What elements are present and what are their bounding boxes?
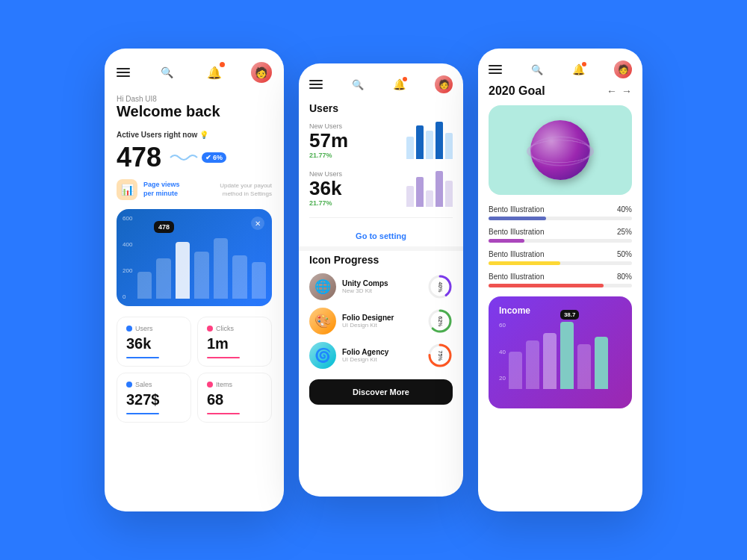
progress-percent-4: 80% bbox=[617, 273, 632, 281]
folio-agency-info: Folio Agency UI Design Kit bbox=[342, 348, 421, 363]
bar-7 bbox=[252, 262, 266, 299]
sales-dot bbox=[126, 382, 132, 388]
progress-label-4: Bento Illustration bbox=[489, 273, 545, 281]
progress-fill-4 bbox=[489, 284, 604, 287]
users-dot bbox=[126, 326, 132, 332]
stat-items: Items 68 bbox=[197, 373, 272, 423]
progress-item-folio-designer: 🎨 Folio Designer UI Design Kit 62% bbox=[309, 308, 453, 335]
metric-change-1: 21.77% bbox=[309, 152, 348, 159]
progress-bg-3 bbox=[489, 261, 632, 265]
goal-header: 2020 Goal ← → bbox=[489, 84, 632, 98]
metric-block-2: New Users 36k 21.77% bbox=[309, 169, 453, 207]
progress-label-3: Bento Illustration bbox=[489, 250, 545, 258]
progress-label-1: Bento Illustration bbox=[489, 205, 545, 214]
pageviews-icon: 📊 bbox=[117, 179, 137, 200]
progress-percent-1: 40% bbox=[617, 205, 632, 214]
unity-info: Unity Comps New 3D Kit bbox=[342, 279, 421, 294]
income-chart-container: 604020 38.7 bbox=[499, 322, 622, 389]
income-bar-1 bbox=[509, 352, 522, 389]
avatar-2[interactable]: 🧑 bbox=[435, 75, 453, 93]
notification-icon-3[interactable]: 🔔 bbox=[572, 63, 585, 75]
search-icon-3[interactable]: 🔍 bbox=[531, 64, 543, 75]
progress-fill-3 bbox=[489, 261, 560, 265]
divider bbox=[309, 217, 453, 218]
progress-bg-1 bbox=[489, 217, 632, 220]
clicks-value: 1m bbox=[207, 335, 262, 352]
search-icon[interactable]: 🔍 bbox=[156, 62, 177, 83]
phone-3: 🔍 🔔 🧑 2020 Goal ← → bbox=[478, 49, 642, 511]
progress-row-1: Bento Illustration 40% bbox=[489, 205, 632, 220]
wave-badge: ✔ 6% bbox=[169, 150, 226, 165]
menu-icon[interactable] bbox=[117, 68, 130, 77]
percent-badge: ✔ 6% bbox=[202, 152, 226, 163]
users-label: Users bbox=[135, 325, 153, 332]
menu-icon-3[interactable] bbox=[489, 65, 502, 74]
income-bar-4 bbox=[560, 322, 574, 389]
avatar-3[interactable]: 🧑 bbox=[614, 60, 632, 78]
progress-fill-1 bbox=[489, 217, 546, 220]
prev-arrow[interactable]: ← bbox=[607, 85, 617, 97]
close-icon[interactable]: ✕ bbox=[251, 217, 264, 230]
bar-6 bbox=[232, 255, 247, 299]
pageviews-label: Page viewsper minute bbox=[143, 181, 180, 198]
sales-value: 327$ bbox=[126, 391, 182, 408]
progress-bg-2 bbox=[489, 239, 632, 243]
phone3-header: 🔍 🔔 🧑 bbox=[489, 60, 632, 78]
phone1-header: 🔍 🔔 🧑 bbox=[117, 62, 272, 83]
metric-value-2: 36k bbox=[309, 178, 342, 199]
sales-underline bbox=[126, 413, 159, 414]
income-section: Income 604020 38.7 bbox=[489, 296, 632, 408]
users-underline bbox=[126, 357, 159, 358]
chart-area: 6004002000 478 ✕ bbox=[117, 209, 272, 306]
greeting-big: Welcome back bbox=[117, 103, 272, 120]
items-dot bbox=[207, 382, 213, 388]
go-to-setting[interactable]: Go to setting bbox=[309, 225, 453, 246]
income-y-axis: 604020 bbox=[499, 322, 506, 382]
income-bar-5 bbox=[577, 344, 591, 389]
phone2-header: 🔍 🔔 🧑 bbox=[309, 75, 453, 93]
notification-icon-2[interactable]: 🔔 bbox=[393, 78, 406, 90]
folio-agency-icon: 🌀 bbox=[309, 342, 336, 369]
chart-y-labels: 6004002000 bbox=[123, 215, 132, 300]
unity-icon: 🌐 bbox=[309, 273, 336, 300]
ring-2 bbox=[529, 137, 592, 167]
active-count: 478 bbox=[117, 142, 161, 173]
income-tooltip: 38.7 bbox=[560, 310, 580, 320]
notification-icon[interactable]: 🔔 bbox=[204, 62, 225, 83]
avatar[interactable]: 🧑 bbox=[251, 62, 272, 83]
items-label: Items bbox=[216, 381, 232, 388]
menu-icon-2[interactable] bbox=[309, 80, 323, 89]
progress-fill-2 bbox=[489, 239, 524, 243]
users-value: 36k bbox=[126, 335, 182, 352]
mini-bars-1 bbox=[406, 122, 453, 159]
next-arrow[interactable]: → bbox=[622, 85, 632, 97]
stat-users: Users 36k bbox=[117, 317, 191, 367]
progress-label-2: Bento Illustration bbox=[489, 228, 545, 236]
items-value: 68 bbox=[207, 391, 262, 408]
search-icon-2[interactable]: 🔍 bbox=[352, 79, 364, 90]
bar-5 bbox=[214, 238, 228, 299]
stats-grid: Users 36k Clicks 1m Sales 327$ bbox=[117, 317, 272, 423]
progress-row-2: Bento Illustration 25% bbox=[489, 228, 632, 243]
section-separator bbox=[299, 246, 463, 251]
income-bar-3 bbox=[543, 333, 557, 389]
clicks-dot bbox=[207, 326, 213, 332]
phone-1: 🔍 🔔 🧑 Hi Dash UI8 Welcome back Active Us… bbox=[105, 49, 284, 511]
page-views-row: 📊 Page viewsper minute Update your payou… bbox=[117, 179, 272, 200]
metric-change-2: 21.77% bbox=[309, 199, 342, 207]
sales-label: Sales bbox=[135, 381, 152, 388]
mini-bars-2 bbox=[406, 169, 453, 207]
clicks-underline bbox=[207, 357, 240, 358]
wave-icon bbox=[169, 150, 199, 165]
goal-title: 2020 Goal bbox=[489, 84, 545, 98]
stat-sales: Sales 327$ bbox=[117, 373, 191, 423]
folio-designer-icon: 🎨 bbox=[309, 308, 336, 335]
greeting-small: Hi Dash UI8 bbox=[117, 95, 272, 103]
users-section-title: Users bbox=[309, 102, 453, 114]
active-users-label: Active Users right now 💡 bbox=[117, 131, 272, 139]
progress-list: Bento Illustration 40% Bento Illustratio… bbox=[489, 205, 632, 287]
discover-more-button[interactable]: Discover More bbox=[309, 379, 453, 405]
chart-bars bbox=[137, 231, 266, 299]
phone-2: 🔍 🔔 🧑 Users New Users 57m 21.77% bbox=[299, 63, 463, 497]
stat-clicks: Clicks 1m bbox=[197, 317, 272, 367]
